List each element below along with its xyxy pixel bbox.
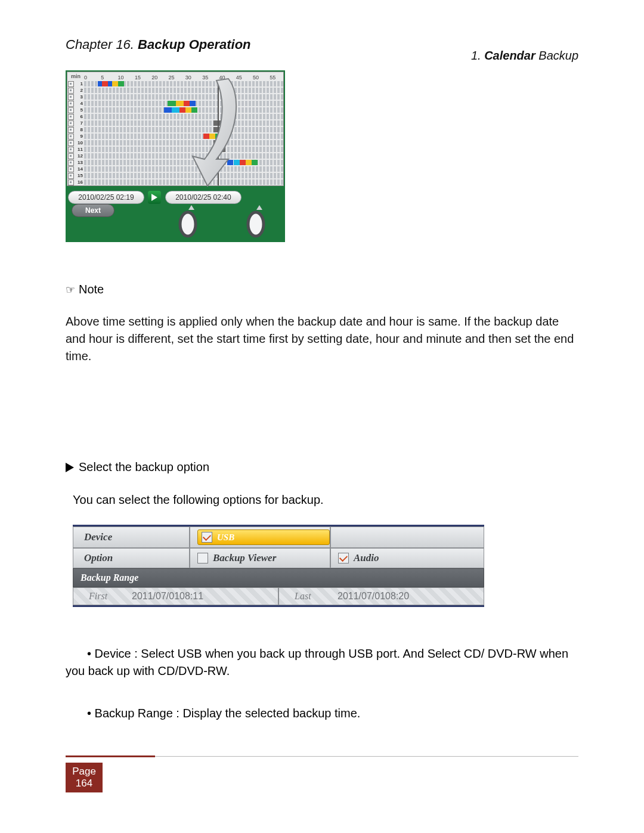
page-number-badge: Page 164 [66,763,103,792]
timeline-bar[interactable] [84,120,283,126]
camera-icon [68,140,74,146]
timeline-bar[interactable] [84,153,283,159]
camera-icon [68,101,74,107]
camera-icon [68,160,74,166]
timeline-segment [102,81,108,86]
timeline-row-label: 9 [67,134,84,140]
timeline-bar[interactable] [84,166,283,172]
timeline-bar[interactable] [84,140,283,145]
section-rest: Backup [535,49,578,62]
timeline-row: 6 [67,113,283,120]
timeline-row-label: 10 [67,140,84,146]
channel-number: 8 [75,127,84,132]
timeline-bar[interactable] [84,134,283,139]
audio-checkbox[interactable] [338,553,349,563]
start-dial-icon[interactable] [177,210,199,239]
channel-number: 1 [75,81,84,86]
device-dropdown[interactable]: USB [197,529,330,545]
audio-option[interactable]: Audio [330,548,484,568]
backup-viewer-option[interactable]: Backup Viewer [190,548,330,568]
ruler-tick: 45 [236,75,242,80]
timeline-row: 9 [67,133,283,140]
timeline-row-label: 12 [67,153,84,159]
timeline-segment [179,107,185,113]
timeline-segment [112,81,118,86]
timeline-segment [164,107,172,113]
start-marker-icon [188,205,194,210]
timeline-panel: min 0510152025303540455055 1234567891011… [67,72,284,186]
footer-rule [66,756,578,757]
timeline-bar[interactable] [84,101,283,106]
camera-icon [68,173,74,179]
camera-icon [68,127,74,133]
range-last-value: 2011/07/0108:20 [338,591,409,602]
timeline-row: 16 [67,179,283,185]
triangle-bullet-icon [66,463,74,472]
channel-number: 13 [75,160,84,165]
note-heading: ☞Note [66,283,578,296]
timeline-segment [246,160,252,165]
timeline-bar[interactable] [84,179,283,185]
camera-icon [68,147,74,153]
chapter-prefix: Chapter 16. [66,37,138,52]
camera-icon [68,166,74,172]
range-first-label: First [73,591,132,602]
ruler-tick: 20 [151,75,157,80]
camera-icon [68,88,74,94]
ruler-tick: 55 [270,75,275,80]
timeline-bar[interactable] [84,147,283,152]
timeline-playhead[interactable] [218,80,219,185]
play-button[interactable] [148,191,161,204]
timeline-bar[interactable] [84,94,283,100]
document-page: Chapter 16. Backup Operation 1. Calendar… [0,0,644,833]
end-time-pill[interactable]: 2010/02/25 02:40 [165,191,242,204]
timeline-row: 7 [67,120,283,126]
timeline-segment [213,140,225,145]
backup-viewer-checkbox[interactable] [197,553,208,563]
ruler-tick: 0 [84,75,87,80]
timeline-row: 5 [67,107,283,113]
ruler-tick: 5 [101,75,104,80]
timeline-segment [191,107,197,113]
timeline-bar[interactable] [84,160,283,165]
backup-range-band: Backup Range [73,568,484,587]
timeline-row: 8 [67,126,283,133]
timeline-row: 1 [67,80,283,87]
timeline-bar[interactable] [84,88,283,93]
timeline-segment [227,160,233,165]
timeline-bar[interactable] [84,127,283,132]
channel-number: 9 [75,134,84,139]
timeline-segment [190,101,196,106]
range-row: First 2011/07/0108:11 Last 2011/07/0108:… [73,587,484,605]
camera-icon [68,134,74,140]
device-spacer [330,527,484,548]
ruler-tick: 10 [118,75,124,80]
start-time-pill[interactable]: 2010/02/25 02:19 [68,191,144,204]
timeline-row-label: 2 [67,88,84,94]
timeline-segment [185,107,191,113]
timeline-row-label: 7 [67,120,84,126]
end-dial-icon[interactable] [244,210,267,239]
ruler-ticks: 0510152025303540455055 [84,72,283,80]
ruler-tick: 50 [253,75,259,80]
page-word: Page [72,766,96,778]
ruler-tick: 15 [135,75,141,80]
timeline-bar[interactable] [84,107,283,113]
timeline-row-label: 11 [67,147,84,153]
option-row: Option Backup Viewer Audio [73,548,484,568]
note-label: Note [79,283,104,296]
timeline-segment [203,134,209,139]
next-button[interactable]: Next [72,204,114,217]
timeline-segment [213,120,225,126]
section-intro: You can select the following options for… [73,493,578,507]
timeline-row-label: 14 [67,166,84,172]
timeline-bar[interactable] [84,173,283,178]
timeline-bar[interactable] [84,81,283,86]
camera-icon [68,107,74,113]
timeline-row: 11 [67,146,283,153]
timeline-row-label: 1 [67,81,84,87]
note-body: Above time setting is applied only when … [66,313,578,365]
channel-number: 2 [75,88,84,93]
timeline-bar[interactable] [84,114,283,119]
channel-number: 16 [75,179,84,185]
